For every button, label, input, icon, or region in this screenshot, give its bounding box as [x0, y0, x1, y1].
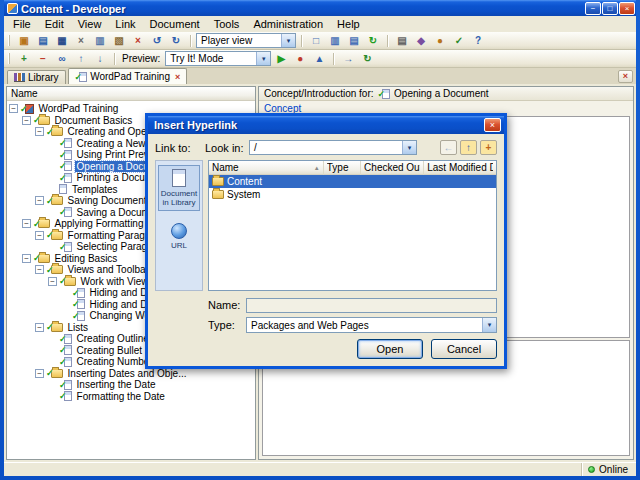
toolbar-separator	[114, 53, 115, 65]
tab-library[interactable]: Library	[7, 70, 66, 84]
look-in-select[interactable]: / ▾	[249, 140, 417, 155]
content-header: Concept/Introduction for: ✓ Opening a Do…	[259, 87, 633, 101]
up-one-level-button[interactable]: ↑	[460, 140, 477, 155]
move-down-button[interactable]: ↓	[91, 51, 109, 66]
collapse-icon[interactable]: −	[22, 254, 31, 263]
menu-edit[interactable]: Edit	[38, 17, 71, 31]
move-up-button[interactable]: ↑	[72, 51, 90, 66]
type-select[interactable]: Packages and Web Pages ▾	[246, 317, 497, 333]
collapse-icon[interactable]: −	[35, 265, 44, 274]
export-button[interactable]: →	[339, 51, 357, 66]
new-document-button[interactable]: ▤	[34, 33, 52, 48]
sync-button[interactable]: ↻	[358, 51, 376, 66]
delete-button[interactable]: ×	[129, 33, 147, 48]
collapse-icon[interactable]: −	[35, 323, 44, 332]
cancel-button[interactable]: Cancel	[431, 339, 497, 359]
link-properties-button[interactable]: ∞	[53, 51, 71, 66]
column-header-label: Last Modified Date	[427, 162, 493, 173]
tree-item-formatting-the-date[interactable]: ✓Formatting the Date	[9, 391, 255, 403]
menu-link[interactable]: Link	[108, 17, 142, 31]
column-header-name[interactable]: Name▲	[209, 161, 324, 175]
capture-button[interactable]: ●	[291, 51, 309, 66]
metadata-button[interactable]: ◆	[412, 33, 430, 48]
collapse-icon[interactable]: −	[35, 231, 44, 240]
collapse-icon[interactable]: −	[9, 104, 18, 113]
tree-item-label: Work with Views	[79, 276, 156, 287]
run-preview-button[interactable]: ▶	[272, 51, 290, 66]
publish-button[interactable]: ▲	[310, 51, 328, 66]
check-icon: ✓	[59, 161, 67, 171]
dialog-close-button[interactable]: ×	[484, 118, 501, 132]
new-package-button[interactable]: ▣	[15, 33, 33, 48]
add-link-button[interactable]: +	[15, 51, 33, 66]
tree-indent	[9, 338, 48, 339]
link-type-document-in-library[interactable]: Document in Library	[158, 165, 200, 211]
player-view-select[interactable]: Player view ▾	[196, 33, 296, 48]
close-button[interactable]: ×	[619, 2, 635, 15]
tree-column-header[interactable]: Name	[7, 87, 255, 101]
menu-tools[interactable]: Tools	[207, 17, 247, 31]
back-icon: ←	[444, 143, 454, 153]
last-modified-cell	[424, 175, 496, 188]
menu-document[interactable]: Document	[143, 17, 207, 31]
paste-button[interactable]: ▧	[110, 33, 128, 48]
publish-icon: ▲	[314, 54, 324, 64]
refresh-button[interactable]: ↻	[364, 33, 382, 48]
collapse-icon[interactable]: −	[35, 369, 44, 378]
link-type-url[interactable]: URL	[158, 219, 200, 254]
back-button[interactable]: ←	[440, 140, 457, 155]
undo-button[interactable]: ↺	[148, 33, 166, 48]
tree-indent	[9, 166, 48, 167]
check-icon: ✓	[72, 299, 80, 309]
menu-administration[interactable]: Administration	[246, 17, 330, 31]
cut-button[interactable]: ×	[72, 33, 90, 48]
tree-item-label: Views and Toolbars	[66, 264, 156, 275]
menu-help[interactable]: Help	[330, 17, 367, 31]
preview-mode-select[interactable]: Try It! Mode ▾	[165, 51, 271, 66]
collapse-icon[interactable]: −	[35, 196, 44, 205]
collapse-icon[interactable]: −	[22, 116, 31, 125]
name-input[interactable]	[246, 298, 497, 313]
collapse-icon[interactable]: −	[48, 277, 57, 286]
file-row-content[interactable]: Content	[209, 175, 496, 188]
column-header-type[interactable]: Type	[324, 161, 361, 175]
concept-link[interactable]: Concept	[264, 103, 301, 114]
open-button[interactable]: Open	[357, 339, 423, 359]
collapse-icon[interactable]: −	[22, 219, 31, 228]
copy-button[interactable]: ▥	[91, 33, 109, 48]
redo-button[interactable]: ↻	[167, 33, 185, 48]
toolbar-grip[interactable]	[8, 53, 10, 64]
export-icon: →	[343, 54, 353, 64]
tab-close-icon[interactable]: ×	[175, 72, 180, 82]
document-in-library-icon	[172, 169, 186, 187]
column-header-label: Type	[327, 162, 357, 173]
toggle-spacer	[48, 392, 57, 401]
minimize-button[interactable]: −	[585, 2, 601, 15]
remove-link-button[interactable]: −	[34, 51, 52, 66]
tab-wordpad-training[interactable]: ✓ WordPad Training ×	[68, 68, 188, 84]
close-pane-button[interactable]: ×	[618, 70, 633, 83]
link-type-sidebar: Document in LibraryURL	[155, 160, 203, 291]
column-header-last-modified-date[interactable]: Last Modified Date	[424, 161, 496, 175]
spell-check-button[interactable]: ✓	[450, 33, 468, 48]
type-value: Packages and Web Pages	[247, 320, 482, 331]
tree-item-inserting-dates-and-obje[interactable]: −✓Inserting Dates and Obje...	[9, 368, 255, 380]
page-view-button[interactable]: ▤	[345, 33, 363, 48]
tree-item-inserting-the-date[interactable]: ✓Inserting the Date	[9, 379, 255, 391]
save-button[interactable]: ▦	[53, 33, 71, 48]
column-header-checked-out-by[interactable]: Checked Out By	[361, 161, 424, 175]
attachment-button[interactable]: ●	[431, 33, 449, 48]
normal-view-button[interactable]: □	[307, 33, 325, 48]
menu-view[interactable]: View	[71, 17, 109, 31]
toolbar-grip[interactable]	[8, 35, 10, 46]
check-icon: ✓	[75, 72, 83, 82]
new-folder-button[interactable]: +	[480, 140, 497, 155]
help-button[interactable]: ?	[469, 33, 487, 48]
place-label: Document in Library	[160, 189, 198, 207]
properties-button[interactable]: ▤	[393, 33, 411, 48]
file-row-system[interactable]: System	[209, 188, 496, 201]
split-view-button[interactable]: ▥	[326, 33, 344, 48]
maximize-button[interactable]: □	[602, 2, 618, 15]
collapse-icon[interactable]: −	[35, 127, 44, 136]
menu-file[interactable]: File	[6, 17, 38, 31]
